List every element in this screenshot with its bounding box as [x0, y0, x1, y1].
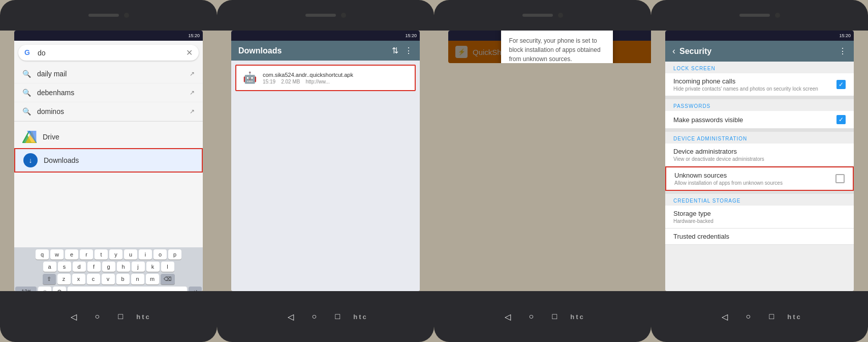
key-space[interactable]: [68, 287, 187, 291]
brand-3: htc: [570, 313, 585, 321]
drive-icon: [22, 130, 37, 144]
key-emoji[interactable]: ☺: [38, 287, 51, 291]
camera-4: [775, 13, 780, 18]
key-123[interactable]: 12#: [15, 287, 37, 291]
key-u[interactable]: u: [124, 249, 137, 260]
key-gear[interactable]: ⚙: [53, 287, 66, 291]
arrow-icon: ↗: [190, 108, 195, 115]
more-menu-icon[interactable]: ⋮: [839, 46, 847, 56]
keyboard-row-2: a s d f g h j k l: [15, 262, 202, 272]
checkbox-passwords[interactable]: ✓: [836, 115, 846, 124]
apk-icon: 🤖: [241, 70, 258, 86]
drive-app-item[interactable]: Drive: [14, 126, 203, 148]
key-b[interactable]: b: [116, 274, 130, 284]
search-icon: 🔍: [22, 70, 31, 78]
incoming-calls-setting[interactable]: Incoming phone calls Hide private contac…: [665, 73, 854, 96]
key-n[interactable]: n: [131, 274, 144, 284]
nav-recent-1[interactable]: □: [113, 309, 128, 324]
key-t[interactable]: t: [95, 249, 108, 260]
nav-back-3[interactable]: ◁: [500, 309, 515, 324]
key-shift[interactable]: ⇧: [43, 274, 56, 284]
key-q[interactable]: q: [36, 249, 49, 260]
nav-recent-2[interactable]: □: [330, 309, 345, 324]
time-1: 15:20: [188, 33, 200, 38]
close-icon[interactable]: ✕: [186, 48, 193, 58]
suggestion-dominos[interactable]: 🔍 dominos ↗: [14, 102, 203, 121]
filter-icon[interactable]: ⇅: [392, 46, 398, 55]
keyboard: q w e r t y u i o p a s d f g h: [14, 247, 203, 291]
camera-3: [558, 13, 563, 18]
key-y[interactable]: y: [109, 249, 122, 260]
brand-1: htc: [136, 313, 151, 321]
storage-type-setting[interactable]: Storage type Hardware-backed: [665, 206, 854, 229]
nav-home-2[interactable]: ○: [306, 309, 322, 324]
key-a[interactable]: a: [43, 262, 56, 272]
camera-1: [124, 13, 129, 18]
nav-recent-3[interactable]: □: [547, 309, 562, 324]
suggestion-text: daily mail: [37, 70, 183, 78]
keyboard-row-1: q w e r t y u i o p: [15, 249, 202, 260]
suggestion-text: debenhams: [37, 89, 183, 97]
arrow-icon: ↗: [190, 89, 195, 96]
key-v[interactable]: v: [102, 274, 115, 284]
google-logo: G: [24, 48, 34, 58]
back-arrow-icon[interactable]: ‹: [672, 46, 675, 56]
section-lock-screen: LOCK SCREEN: [665, 62, 854, 73]
phone-panel-2: 15:20 Downloads ⇅ ⋮ 🤖 com.sika524.andr..…: [217, 0, 434, 342]
speaker-4: [739, 14, 770, 17]
search-bar[interactable]: G do ✕: [18, 45, 199, 61]
nav-recent-4[interactable]: □: [764, 309, 779, 324]
key-f[interactable]: f: [87, 262, 101, 272]
nav-back-2[interactable]: ◁: [283, 309, 298, 324]
key-e[interactable]: e: [65, 249, 78, 260]
key-w[interactable]: w: [50, 249, 64, 260]
screen-2: 15:20 Downloads ⇅ ⋮ 🤖 com.sika524.andr..…: [231, 31, 420, 291]
suggestion-daily-mail[interactable]: 🔍 daily mail ↗: [14, 65, 203, 83]
passwords-visible-setting[interactable]: Make passwords visible ✓: [665, 111, 854, 129]
setting-name-incoming: Incoming phone calls: [673, 77, 818, 85]
checkbox-unknown[interactable]: [835, 174, 845, 183]
key-x[interactable]: x: [72, 274, 85, 284]
download-file-item[interactable]: 🤖 com.sika524.andr..quickshortcut.apk 15…: [235, 65, 416, 91]
trusted-creds-setting[interactable]: Trusted credentials: [665, 229, 854, 245]
key-enter[interactable]: ↵: [189, 287, 202, 291]
nav-home-3[interactable]: ○: [523, 309, 539, 324]
security-title: Security: [679, 47, 834, 56]
setting-name-admins: Device administrators: [673, 148, 764, 155]
checkbox-incoming[interactable]: ✓: [836, 80, 846, 89]
key-d[interactable]: d: [73, 262, 86, 272]
app-section: Drive ↓ Downloads: [14, 121, 203, 177]
nav-home-4[interactable]: ○: [740, 309, 756, 324]
key-l[interactable]: l: [161, 262, 174, 272]
setting-name-unknown: Unknown sources: [674, 172, 783, 179]
status-bar-2: 15:20: [231, 31, 420, 41]
key-backspace[interactable]: ⌫: [161, 274, 175, 284]
key-z[interactable]: z: [57, 274, 71, 284]
file-info: com.sika524.andr..quickshortcut.apk 15:1…: [263, 72, 410, 84]
key-s[interactable]: s: [58, 262, 71, 272]
key-k[interactable]: k: [146, 262, 160, 272]
nav-home-1[interactable]: ○: [89, 309, 105, 324]
search-icon: 🔍: [22, 107, 31, 116]
nav-back-1[interactable]: ◁: [66, 309, 81, 324]
nav-back-4[interactable]: ◁: [717, 309, 732, 324]
status-bar-4: 15:20: [665, 31, 854, 41]
unknown-sources-setting[interactable]: Unknown sources Allow installation of ap…: [665, 166, 854, 191]
device-admins-setting[interactable]: Device administrators View or deactivate…: [665, 144, 854, 166]
setting-desc-admins: View or deactivate device administrators: [673, 156, 764, 162]
downloads-app-item[interactable]: ↓ Downloads: [14, 148, 203, 173]
key-g[interactable]: g: [102, 262, 115, 272]
key-p[interactable]: p: [168, 249, 181, 260]
speaker-1: [88, 14, 119, 17]
key-m[interactable]: m: [146, 274, 159, 284]
key-r[interactable]: r: [80, 249, 93, 260]
key-o[interactable]: o: [153, 249, 167, 260]
suggestion-debenhams[interactable]: 🔍 debenhams ↗: [14, 83, 203, 102]
key-c[interactable]: c: [87, 274, 100, 284]
key-i[interactable]: i: [139, 249, 152, 260]
key-j[interactable]: j: [132, 262, 145, 272]
setting-desc-incoming: Hide private contacts' names and photos …: [673, 86, 818, 92]
search-query[interactable]: do: [38, 49, 182, 57]
key-h[interactable]: h: [117, 262, 130, 272]
more-icon[interactable]: ⋮: [405, 46, 413, 55]
